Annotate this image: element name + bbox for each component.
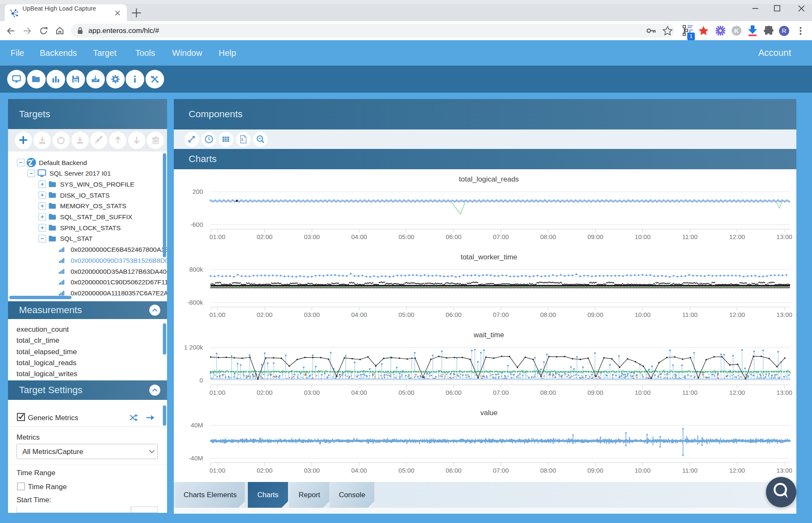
svg-text:11:00: 11:00	[682, 311, 697, 318]
svg-text:02:00: 02:00	[257, 233, 273, 240]
svg-text:08:00: 08:00	[540, 467, 556, 474]
svg-text:02:00: 02:00	[257, 389, 273, 396]
svg-text:total_elapsed_time: total_elapsed_time	[16, 348, 77, 356]
svg-text:06:00: 06:00	[446, 467, 462, 474]
svg-text:execution_count: execution_count	[16, 325, 69, 333]
svg-text:SPIN_LOCK_STATS: SPIN_LOCK_STATS	[60, 224, 121, 231]
svg-text:-40M: -40M	[189, 454, 203, 462]
svg-text:05:00: 05:00	[398, 389, 414, 396]
svg-text:200: 200	[192, 188, 203, 195]
svg-text:40M: 40M	[191, 421, 203, 429]
svg-text:12:00: 12:00	[729, 467, 745, 474]
svg-text:08:00: 08:00	[540, 389, 556, 396]
svg-text:03:00: 03:00	[304, 389, 320, 396]
svg-text:10:00: 10:00	[635, 467, 651, 474]
svg-text:13:00: 13:00	[776, 389, 793, 396]
svg-text:0: 0	[200, 377, 203, 384]
svg-text:08:00: 08:00	[540, 311, 556, 318]
svg-text:10:00: 10:00	[635, 389, 651, 396]
svg-text:Start Time:: Start Time:	[16, 496, 51, 504]
svg-text:10:00: 10:00	[635, 233, 651, 240]
svg-text:SQL_STAT_DB_SUFFIX: SQL_STAT_DB_SUFFIX	[60, 213, 132, 220]
svg-text:0x02000000D35AB127B63DA40C2: 0x02000000D35AB127B63DA40C2	[71, 268, 167, 275]
svg-text:09:00: 09:00	[587, 467, 604, 474]
svg-text:09:00: 09:00	[587, 233, 604, 240]
svg-text:Metrics: Metrics	[16, 433, 40, 441]
svg-text:07:00: 07:00	[493, 389, 509, 396]
svg-text:total_logical_reads: total_logical_reads	[459, 175, 519, 183]
svg-text:11:00: 11:00	[682, 389, 697, 396]
svg-text:06:00: 06:00	[446, 311, 462, 318]
svg-text:07:00: 07:00	[493, 233, 509, 240]
svg-text:total_clr_time: total_clr_time	[16, 336, 59, 344]
svg-text:total_worker_time: total_worker_time	[461, 253, 517, 261]
svg-text:-800k: -800k	[187, 299, 203, 306]
svg-text:Time Range: Time Range	[28, 483, 67, 491]
svg-text:λ: λ	[241, 138, 244, 142]
svg-text:Default Backend: Default Backend	[39, 159, 87, 166]
svg-text:All Metrics/Capture: All Metrics/Capture	[22, 448, 83, 456]
svg-text:08:00: 08:00	[540, 233, 556, 240]
svg-text:01:00: 01:00	[209, 389, 225, 396]
svg-text:05:00: 05:00	[398, 467, 414, 474]
svg-text:total_logical_writes: total_logical_writes	[16, 370, 77, 378]
svg-text:04:00: 04:00	[351, 467, 367, 474]
svg-text:03:00: 03:00	[304, 233, 320, 240]
svg-text:05:00: 05:00	[398, 233, 414, 240]
svg-text:12:00: 12:00	[729, 233, 745, 240]
svg-text:02:00: 02:00	[257, 467, 273, 474]
svg-text:05:00: 05:00	[398, 311, 414, 318]
svg-text:MEMORY_OS_STATS: MEMORY_OS_STATS	[60, 202, 126, 209]
svg-text:-600: -600	[190, 221, 203, 228]
svg-text:wait_time: wait_time	[473, 331, 504, 339]
svg-text:10:00: 10:00	[635, 311, 651, 318]
svg-text:13:00: 13:00	[776, 311, 793, 318]
svg-text:Time Range: Time Range	[16, 469, 55, 477]
svg-text:01:00: 01:00	[209, 467, 225, 474]
svg-text:04:00: 04:00	[351, 389, 367, 396]
svg-text:1 200k: 1 200k	[184, 344, 203, 351]
svg-text:12:00: 12:00	[729, 389, 745, 396]
svg-text:07:00: 07:00	[493, 311, 509, 318]
svg-text:0x02000000CE6B452467800A1B4: 0x02000000CE6B452467800A1B4	[71, 246, 167, 253]
svg-text:SQL Server 2017 I01: SQL Server 2017 I01	[49, 170, 111, 177]
svg-text:04:00: 04:00	[351, 311, 367, 318]
svg-text:06:00: 06:00	[446, 389, 462, 396]
svg-text:09:00: 09:00	[587, 311, 604, 318]
svg-text:13:00: 13:00	[776, 233, 793, 240]
svg-text:07:00: 07:00	[493, 467, 509, 474]
svg-text:12:00: 12:00	[729, 311, 745, 318]
svg-text:01:00: 01:00	[209, 233, 225, 240]
svg-text:06:00: 06:00	[446, 233, 462, 240]
svg-text:Generic Metrics: Generic Metrics	[28, 414, 78, 422]
svg-text:11:00: 11:00	[682, 467, 697, 474]
svg-text:total_logical_reads: total_logical_reads	[16, 359, 77, 367]
svg-text:01:00: 01:00	[209, 311, 225, 318]
svg-text:0x0200000090D3753B1526B8D04: 0x0200000090D3753B1526B8D04	[71, 257, 167, 264]
svg-text:value: value	[480, 409, 498, 417]
svg-text:800k: 800k	[189, 266, 203, 273]
svg-text:0x020000001C90D50622D67F119: 0x020000001C90D50622D67F119	[71, 278, 167, 286]
svg-text:SQL_STAT: SQL_STAT	[60, 235, 93, 242]
svg-text:13:00: 13:00	[776, 467, 793, 474]
svg-text:09:00: 09:00	[587, 389, 604, 396]
svg-text:04:00: 04:00	[351, 233, 367, 240]
svg-text:03:00: 03:00	[304, 467, 320, 474]
svg-text:03:00: 03:00	[304, 311, 320, 318]
svg-text:11:00: 11:00	[682, 233, 697, 240]
svg-text:02:00: 02:00	[257, 311, 273, 318]
svg-text:0x02000000A11180357C6A7E2A8: 0x02000000A11180357C6A7E2A8	[71, 289, 167, 296]
svg-text:DISK_IO_STATS: DISK_IO_STATS	[60, 192, 110, 199]
svg-text:SYS_WIN_OS_PROFILE: SYS_WIN_OS_PROFILE	[60, 181, 134, 188]
